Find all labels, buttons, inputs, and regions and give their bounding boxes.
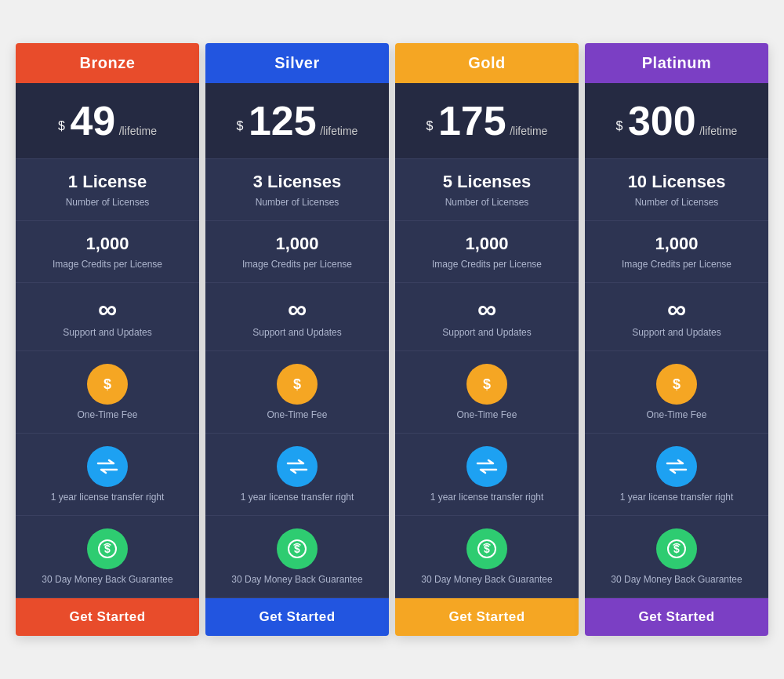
one-time-fee-label: One-Time Fee	[267, 409, 328, 420]
licenses-feature: 3 Licenses Number of Licenses	[205, 159, 389, 221]
one-time-fee-label: One-Time Fee	[457, 409, 517, 420]
get-started-button-bronze[interactable]: Get Started	[16, 598, 199, 636]
transfer-label: 1 year license transfer right	[430, 492, 544, 503]
support-feature: ∞ Support and Updates	[16, 283, 199, 351]
price-period: /lifetime	[320, 125, 358, 137]
plan-card-gold: Gold $ 175 /lifetime 5 Licenses Number o…	[395, 43, 579, 636]
price-amount: 49	[70, 98, 115, 143]
dollar-sign: $	[58, 119, 65, 133]
one-time-fee-label: One-Time Fee	[647, 409, 707, 420]
guarantee-icon: $	[656, 528, 697, 569]
transfer-icon	[87, 446, 128, 487]
get-started-button-silver[interactable]: Get Started	[205, 598, 389, 636]
plan-header-platinum: Platinum	[585, 43, 768, 83]
plan-header-gold: Gold	[395, 43, 579, 83]
guarantee-icon: $	[277, 528, 318, 569]
transfer-icon	[656, 446, 697, 487]
licenses-feature: 10 Licenses Number of Licenses	[585, 159, 768, 221]
image-credits-feature: 1,000 Image Credits per License	[395, 221, 579, 283]
one-time-fee-feature: $ One-Time Fee	[585, 351, 768, 434]
infinity-icon: ∞	[477, 296, 496, 322]
plan-body-silver: $ 125 /lifetime 3 Licenses Number of Lic…	[205, 83, 389, 598]
plan-price-gold: $ 175 /lifetime	[395, 83, 579, 159]
plan-card-platinum: Platinum $ 300 /lifetime 10 Licenses Num…	[585, 43, 768, 636]
image-credits-label: Image Credits per License	[622, 259, 731, 270]
svg-text:$: $	[483, 376, 491, 392]
transfer-label: 1 year license transfer right	[241, 492, 354, 503]
image-credits-feature: 1,000 Image Credits per License	[16, 221, 199, 283]
price-period: /lifetime	[510, 125, 547, 137]
plan-header-silver: Silver	[205, 43, 389, 83]
support-feature: ∞ Support and Updates	[205, 283, 389, 351]
image-credits-label: Image Credits per License	[432, 259, 542, 270]
transfer-label: 1 year license transfer right	[620, 492, 734, 503]
licenses-label: Number of Licenses	[66, 197, 150, 208]
transfer-icon	[466, 446, 507, 487]
plan-body-gold: $ 175 /lifetime 5 Licenses Number of Lic…	[395, 83, 579, 598]
guarantee-label: 30 Day Money Back Guarantee	[421, 574, 552, 585]
one-time-fee-feature: $ One-Time Fee	[16, 351, 199, 434]
image-credits-value: 1,000	[655, 234, 698, 254]
licenses-value: 10 Licenses	[628, 172, 726, 192]
dollar-sign: $	[237, 119, 244, 133]
image-credits-feature: 1,000 Image Credits per License	[205, 221, 389, 283]
support-label: Support and Updates	[442, 327, 531, 338]
licenses-value: 5 Licenses	[443, 172, 532, 192]
support-feature: ∞ Support and Updates	[585, 283, 768, 351]
image-credits-value: 1,000	[275, 234, 318, 254]
price-period: /lifetime	[699, 125, 737, 137]
guarantee-feature: $ 30 Day Money Back Guarantee	[585, 516, 768, 598]
dollar-sign: $	[426, 119, 434, 133]
support-label: Support and Updates	[252, 327, 341, 338]
infinity-icon: ∞	[667, 296, 686, 322]
licenses-label: Number of Licenses	[445, 197, 529, 208]
dollar-circle-icon: $	[87, 364, 128, 405]
image-credits-label: Image Credits per License	[53, 259, 162, 270]
transfer-label: 1 year license transfer right	[51, 492, 165, 503]
licenses-value: 1 License	[68, 172, 147, 192]
guarantee-feature: $ 30 Day Money Back Guarantee	[16, 516, 199, 598]
image-credits-value: 1,000	[85, 234, 129, 254]
infinity-icon: ∞	[288, 296, 307, 322]
dollar-circle-icon: $	[466, 364, 507, 405]
plan-body-bronze: $ 49 /lifetime 1 License Number of Licen…	[16, 83, 199, 598]
dollar-sign: $	[616, 119, 623, 133]
plan-price-platinum: $ 300 /lifetime	[585, 83, 768, 159]
one-time-fee-feature: $ One-Time Fee	[395, 351, 579, 434]
licenses-label: Number of Licenses	[635, 197, 719, 208]
guarantee-icon: $	[466, 528, 507, 569]
licenses-label: Number of Licenses	[256, 197, 339, 208]
transfer-icon	[277, 446, 318, 487]
infinity-icon: ∞	[98, 296, 117, 322]
plan-header-bronze: Bronze	[16, 43, 199, 83]
transfer-feature: 1 year license transfer right	[395, 434, 579, 516]
support-label: Support and Updates	[63, 327, 151, 338]
price-period: /lifetime	[119, 125, 157, 137]
plan-card-bronze: Bronze $ 49 /lifetime 1 License Number o…	[16, 43, 199, 636]
image-credits-value: 1,000	[465, 234, 508, 254]
guarantee-icon: $	[87, 528, 128, 569]
support-label: Support and Updates	[632, 327, 720, 338]
guarantee-feature: $ 30 Day Money Back Guarantee	[395, 516, 579, 598]
dollar-circle-icon: $	[277, 364, 318, 405]
price-amount: 175	[438, 98, 506, 143]
image-credits-feature: 1,000 Image Credits per License	[585, 221, 768, 283]
guarantee-label: 30 Day Money Back Guarantee	[42, 574, 172, 585]
licenses-feature: 1 License Number of Licenses	[16, 159, 199, 221]
get-started-button-platinum[interactable]: Get Started	[585, 598, 768, 636]
plan-card-silver: Silver $ 125 /lifetime 3 Licenses Number…	[205, 43, 389, 636]
price-amount: 300	[628, 98, 696, 143]
transfer-feature: 1 year license transfer right	[205, 434, 389, 516]
svg-text:$: $	[293, 376, 301, 392]
one-time-fee-feature: $ One-Time Fee	[205, 351, 389, 434]
pricing-table: Bronze $ 49 /lifetime 1 License Number o…	[16, 43, 768, 636]
get-started-button-gold[interactable]: Get Started	[395, 598, 579, 636]
guarantee-feature: $ 30 Day Money Back Guarantee	[205, 516, 389, 598]
image-credits-label: Image Credits per License	[242, 259, 352, 270]
licenses-value: 3 Licenses	[253, 172, 342, 192]
plan-price-bronze: $ 49 /lifetime	[16, 83, 199, 159]
guarantee-label: 30 Day Money Back Guarantee	[231, 574, 362, 585]
plan-body-platinum: $ 300 /lifetime 10 Licenses Number of Li…	[585, 83, 768, 598]
plan-price-silver: $ 125 /lifetime	[205, 83, 389, 159]
price-amount: 125	[249, 98, 317, 143]
